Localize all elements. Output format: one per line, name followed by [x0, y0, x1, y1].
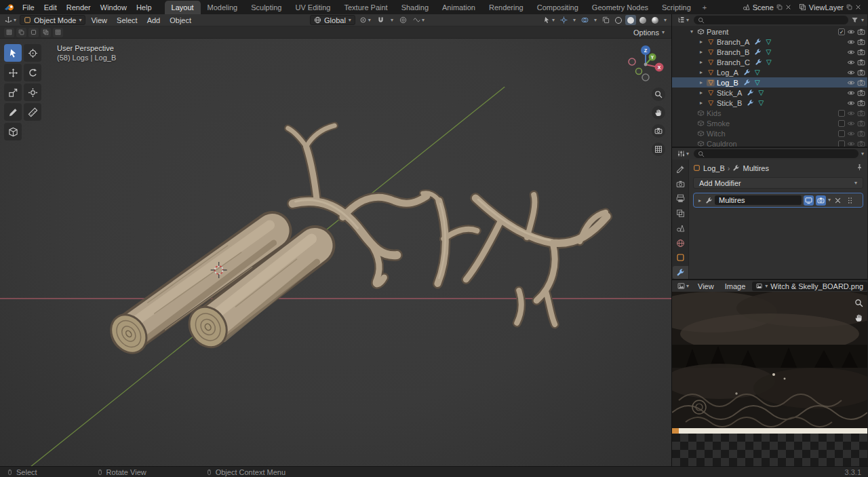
shading-material-button[interactable] [637, 15, 648, 25]
eye-icon[interactable] [847, 28, 855, 36]
display-render-toggle[interactable] [816, 195, 826, 206]
expand-icon[interactable]: ▸ [698, 79, 705, 85]
expand-icon[interactable]: ▸ [698, 90, 705, 96]
axis-neg-z-handle[interactable] [642, 74, 649, 81]
menu-image[interactable]: Image [721, 281, 750, 292]
tool-settings-icon[interactable] [16, 28, 26, 37]
properties-search-input[interactable] [694, 149, 859, 158]
menu-object[interactable]: Object [165, 15, 195, 26]
tab-world[interactable] [673, 237, 688, 250]
expand-icon[interactable]: ▸ [698, 69, 705, 75]
collection-checkbox[interactable]: ✓ [838, 110, 845, 117]
camera-icon[interactable] [857, 28, 865, 36]
outliner-row-branch-c[interactable]: ▸ ▽ Branch_C ▽ [672, 57, 867, 67]
outliner-editor-button[interactable]: ▾ [675, 15, 691, 25]
image-canvas[interactable] [672, 292, 867, 466]
tool-settings-icon[interactable] [4, 28, 14, 37]
menu-select[interactable]: Select [113, 15, 142, 26]
expand-icon[interactable]: ▸ [698, 59, 705, 65]
tab-rendering[interactable]: Rendering [482, 1, 530, 14]
axis-neg-y-handle[interactable] [636, 69, 642, 75]
add-modifier-button[interactable]: Add Modifier ▾ [693, 177, 863, 189]
menu-edit[interactable]: Edit [39, 1, 62, 14]
eye-icon[interactable] [847, 69, 855, 77]
outliner-row-branch-b[interactable]: ▸ ▽ Branch_B ▽ [672, 47, 867, 57]
tab-sculpting[interactable]: Sculpting [244, 1, 288, 14]
image-datablock-selector[interactable]: ▾ Witch & Skelly_BOARD.png [752, 282, 867, 291]
outliner-row-smoke[interactable]: Smoke ✓ [672, 118, 867, 128]
annotate-tool[interactable] [4, 103, 22, 121]
overlays-toggle[interactable] [579, 15, 591, 25]
camera-icon[interactable] [857, 130, 865, 138]
camera-icon[interactable] [857, 109, 865, 117]
camera-icon[interactable] [857, 119, 865, 128]
menu-file[interactable]: File [18, 1, 39, 14]
measure-tool[interactable] [24, 103, 41, 121]
selectability-dropdown[interactable]: ▾ [541, 15, 557, 25]
tab-uv-editing[interactable]: UV Editing [288, 1, 337, 14]
expand-icon[interactable]: ▸ [698, 100, 705, 106]
outliner-row-stick-b[interactable]: ▸ ▽ Stick_B ▽ [672, 98, 867, 108]
modifier-close-button[interactable] [833, 195, 843, 206]
outliner-options-icon[interactable]: ▾ [861, 18, 864, 23]
move-tool[interactable] [4, 64, 22, 81]
tab-scripting[interactable]: Scripting [655, 1, 698, 14]
eye-icon[interactable] [847, 99, 855, 107]
zoom-icon[interactable] [854, 299, 863, 307]
viewlayer-selector[interactable]: ViewLayer [796, 3, 864, 12]
collection-checkbox[interactable]: ✓ [838, 28, 845, 35]
scale-tool[interactable] [4, 83, 22, 101]
mode-dropdown[interactable]: Object Mode▾ [20, 15, 85, 25]
perspective-toggle-button[interactable] [652, 142, 665, 156]
zoom-button[interactable] [652, 88, 665, 101]
properties-editor-button[interactable]: ▾ [675, 149, 691, 159]
remove-viewlayer-icon[interactable] [855, 4, 861, 10]
modifier-panel-header[interactable]: ▸ Multires ▾ [694, 193, 863, 207]
axis-neg-x-handle[interactable] [629, 58, 635, 65]
collapse-icon[interactable]: ▾ [688, 28, 695, 35]
outliner-row-cauldron[interactable]: Cauldron ✓ [672, 138, 867, 147]
tab-texture-paint[interactable]: Texture Paint [337, 1, 394, 14]
camera-icon[interactable] [857, 140, 865, 147]
add-viewlayer-icon[interactable] [846, 4, 852, 10]
eye-icon[interactable] [847, 140, 855, 147]
camera-icon[interactable] [857, 38, 865, 46]
menu-view[interactable]: View [694, 281, 718, 292]
proportional-dropdown[interactable]: ▾ [411, 15, 427, 25]
shading-solid-button[interactable] [625, 15, 636, 25]
tab-modeling[interactable]: Modeling [201, 1, 245, 14]
transform-tool[interactable] [24, 83, 41, 101]
eye-icon[interactable] [847, 79, 855, 87]
options-dropdown[interactable]: Options▾ [631, 28, 667, 37]
proportional-toggle[interactable] [397, 15, 409, 25]
outliner-row-parent[interactable]: ▾ Parent ✓ [672, 26, 867, 37]
properties-options-icon[interactable]: ▾ [861, 151, 864, 157]
hand-icon[interactable] [854, 313, 863, 322]
modifier-drag-handle[interactable] [845, 195, 855, 206]
expand-icon[interactable]: ▸ [698, 49, 705, 55]
snap-dropdown[interactable]: ▾ [389, 15, 395, 25]
camera-icon[interactable] [857, 79, 865, 87]
outliner-row-stick-a[interactable]: ▸ ▽ Stick_A ▽ [672, 88, 867, 98]
outliner-row-witch[interactable]: Witch ✓ [672, 128, 867, 138]
tab-geometry-nodes[interactable]: Geometry Nodes [585, 1, 655, 14]
eye-icon[interactable] [847, 119, 855, 128]
shading-dropdown[interactable]: ▾ [662, 15, 669, 25]
display-viewport-toggle[interactable] [804, 195, 814, 206]
tab-shading[interactable]: Shading [395, 1, 435, 14]
pivot-dropdown[interactable]: ▾ [357, 15, 373, 25]
menu-help[interactable]: Help [132, 1, 157, 14]
outliner-row-branch-a[interactable]: ▸ ▽ Branch_A ▽ [672, 37, 867, 47]
tab-scene[interactable] [673, 222, 688, 235]
tab-view-layer[interactable] [673, 207, 688, 220]
add-cube-tool[interactable] [4, 123, 22, 140]
cursor-tool[interactable] [24, 44, 41, 62]
pin-icon[interactable] [856, 164, 863, 171]
unlink-scene-icon[interactable] [785, 4, 791, 10]
shading-wireframe-button[interactable] [613, 15, 624, 25]
camera-icon[interactable] [857, 58, 865, 66]
eye-icon[interactable] [847, 58, 855, 66]
tool-settings-icon[interactable] [28, 28, 39, 37]
collection-checkbox[interactable]: ✓ [838, 120, 845, 127]
editor-type-button[interactable]: ▾ [3, 15, 18, 25]
